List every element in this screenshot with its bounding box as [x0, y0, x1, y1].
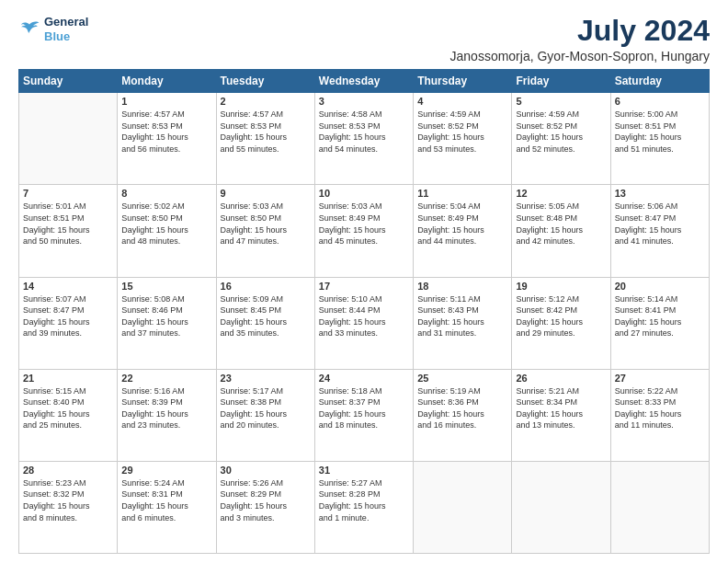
- day-info: Sunrise: 5:03 AM Sunset: 8:49 PM Dayligh…: [319, 201, 409, 247]
- day-number: 24: [319, 373, 409, 384]
- table-row: 5Sunrise: 4:59 AM Sunset: 8:52 PM Daylig…: [512, 93, 610, 185]
- day-info: Sunrise: 5:23 AM Sunset: 8:32 PM Dayligh…: [23, 477, 113, 523]
- day-number: 1: [121, 96, 211, 107]
- day-info: Sunrise: 5:01 AM Sunset: 8:51 PM Dayligh…: [23, 201, 113, 247]
- day-info: Sunrise: 5:05 AM Sunset: 8:48 PM Dayligh…: [516, 201, 606, 247]
- table-row: 15Sunrise: 5:08 AM Sunset: 8:46 PM Dayli…: [118, 277, 216, 369]
- table-row: 2Sunrise: 4:57 AM Sunset: 8:53 PM Daylig…: [216, 93, 314, 185]
- day-number: 19: [516, 281, 606, 292]
- col-sunday: Sunday: [19, 70, 118, 93]
- day-info: Sunrise: 5:07 AM Sunset: 8:47 PM Dayligh…: [23, 293, 113, 339]
- calendar-week-row: 1Sunrise: 4:57 AM Sunset: 8:53 PM Daylig…: [19, 93, 710, 185]
- table-row: 1Sunrise: 4:57 AM Sunset: 8:53 PM Daylig…: [118, 93, 216, 185]
- table-row: 10Sunrise: 5:03 AM Sunset: 8:49 PM Dayli…: [314, 185, 413, 277]
- table-row: [512, 461, 610, 553]
- table-row: 12Sunrise: 5:05 AM Sunset: 8:48 PM Dayli…: [512, 185, 610, 277]
- table-row: 3Sunrise: 4:58 AM Sunset: 8:53 PM Daylig…: [314, 93, 413, 185]
- table-row: 19Sunrise: 5:12 AM Sunset: 8:42 PM Dayli…: [512, 277, 610, 369]
- table-row: 8Sunrise: 5:02 AM Sunset: 8:50 PM Daylig…: [118, 185, 216, 277]
- day-number: 18: [417, 281, 507, 292]
- table-row: [414, 461, 512, 553]
- table-row: 11Sunrise: 5:04 AM Sunset: 8:49 PM Dayli…: [414, 185, 512, 277]
- table-row: 30Sunrise: 5:26 AM Sunset: 8:29 PM Dayli…: [216, 461, 314, 553]
- subtitle: Janossomorja, Gyor-Moson-Sopron, Hungary: [450, 49, 710, 63]
- table-row: [19, 93, 118, 185]
- day-info: Sunrise: 5:11 AM Sunset: 8:43 PM Dayligh…: [417, 293, 507, 339]
- header: General Blue July 2024 Janossomorja, Gyo…: [18, 15, 710, 63]
- table-row: 31Sunrise: 5:27 AM Sunset: 8:28 PM Dayli…: [314, 461, 413, 553]
- table-row: 7Sunrise: 5:01 AM Sunset: 8:51 PM Daylig…: [19, 185, 118, 277]
- day-number: 7: [23, 188, 113, 199]
- day-number: 12: [516, 188, 606, 199]
- day-info: Sunrise: 5:21 AM Sunset: 8:34 PM Dayligh…: [516, 385, 606, 431]
- table-row: 16Sunrise: 5:09 AM Sunset: 8:45 PM Dayli…: [216, 277, 314, 369]
- day-info: Sunrise: 5:16 AM Sunset: 8:39 PM Dayligh…: [121, 385, 211, 431]
- day-number: 11: [417, 188, 507, 199]
- table-row: 28Sunrise: 5:23 AM Sunset: 8:32 PM Dayli…: [19, 461, 118, 553]
- day-info: Sunrise: 4:58 AM Sunset: 8:53 PM Dayligh…: [319, 109, 409, 155]
- day-info: Sunrise: 5:18 AM Sunset: 8:37 PM Dayligh…: [319, 385, 409, 431]
- day-number: 30: [221, 465, 311, 476]
- calendar-week-row: 28Sunrise: 5:23 AM Sunset: 8:32 PM Dayli…: [19, 461, 710, 553]
- day-number: 10: [319, 188, 409, 199]
- calendar-table: Sunday Monday Tuesday Wednesday Thursday…: [18, 69, 710, 554]
- table-row: 22Sunrise: 5:16 AM Sunset: 8:39 PM Dayli…: [118, 369, 216, 461]
- table-row: 17Sunrise: 5:10 AM Sunset: 8:44 PM Dayli…: [314, 277, 413, 369]
- day-info: Sunrise: 5:06 AM Sunset: 8:47 PM Dayligh…: [615, 201, 705, 247]
- day-number: 22: [121, 373, 211, 384]
- day-number: 15: [121, 281, 211, 292]
- logo-icon: [18, 18, 40, 40]
- day-info: Sunrise: 5:03 AM Sunset: 8:50 PM Dayligh…: [221, 201, 311, 247]
- day-number: 17: [319, 281, 409, 292]
- table-row: [610, 461, 709, 553]
- logo: General Blue: [18, 15, 88, 43]
- table-row: 20Sunrise: 5:14 AM Sunset: 8:41 PM Dayli…: [610, 277, 709, 369]
- table-row: 25Sunrise: 5:19 AM Sunset: 8:36 PM Dayli…: [414, 369, 512, 461]
- day-number: 28: [23, 465, 113, 476]
- col-friday: Friday: [512, 70, 610, 93]
- table-row: 13Sunrise: 5:06 AM Sunset: 8:47 PM Dayli…: [610, 185, 709, 277]
- page: General Blue July 2024 Janossomorja, Gyo…: [0, 0, 728, 563]
- day-info: Sunrise: 5:12 AM Sunset: 8:42 PM Dayligh…: [516, 293, 606, 339]
- day-number: 29: [121, 465, 211, 476]
- day-info: Sunrise: 5:19 AM Sunset: 8:36 PM Dayligh…: [417, 385, 507, 431]
- table-row: 21Sunrise: 5:15 AM Sunset: 8:40 PM Dayli…: [19, 369, 118, 461]
- table-row: 18Sunrise: 5:11 AM Sunset: 8:43 PM Dayli…: [414, 277, 512, 369]
- day-info: Sunrise: 5:09 AM Sunset: 8:45 PM Dayligh…: [221, 293, 311, 339]
- day-info: Sunrise: 5:22 AM Sunset: 8:33 PM Dayligh…: [615, 385, 705, 431]
- day-info: Sunrise: 5:24 AM Sunset: 8:31 PM Dayligh…: [121, 477, 211, 523]
- day-info: Sunrise: 5:26 AM Sunset: 8:29 PM Dayligh…: [221, 477, 311, 523]
- col-wednesday: Wednesday: [314, 70, 413, 93]
- day-info: Sunrise: 5:27 AM Sunset: 8:28 PM Dayligh…: [319, 477, 409, 523]
- day-info: Sunrise: 5:04 AM Sunset: 8:49 PM Dayligh…: [417, 201, 507, 247]
- day-info: Sunrise: 4:57 AM Sunset: 8:53 PM Dayligh…: [221, 109, 311, 155]
- day-info: Sunrise: 5:17 AM Sunset: 8:38 PM Dayligh…: [221, 385, 311, 431]
- day-info: Sunrise: 5:15 AM Sunset: 8:40 PM Dayligh…: [23, 385, 113, 431]
- day-number: 27: [615, 373, 705, 384]
- col-thursday: Thursday: [414, 70, 512, 93]
- table-row: 14Sunrise: 5:07 AM Sunset: 8:47 PM Dayli…: [19, 277, 118, 369]
- day-number: 26: [516, 373, 606, 384]
- table-row: 27Sunrise: 5:22 AM Sunset: 8:33 PM Dayli…: [610, 369, 709, 461]
- title-block: July 2024 Janossomorja, Gyor-Moson-Sopro…: [450, 15, 710, 63]
- day-info: Sunrise: 5:14 AM Sunset: 8:41 PM Dayligh…: [615, 293, 705, 339]
- day-number: 4: [417, 96, 507, 107]
- table-row: 29Sunrise: 5:24 AM Sunset: 8:31 PM Dayli…: [118, 461, 216, 553]
- day-number: 2: [221, 96, 311, 107]
- day-number: 8: [121, 188, 211, 199]
- day-number: 9: [221, 188, 311, 199]
- day-number: 25: [417, 373, 507, 384]
- day-number: 3: [319, 96, 409, 107]
- day-number: 13: [615, 188, 705, 199]
- day-info: Sunrise: 4:59 AM Sunset: 8:52 PM Dayligh…: [516, 109, 606, 155]
- calendar-week-row: 21Sunrise: 5:15 AM Sunset: 8:40 PM Dayli…: [19, 369, 710, 461]
- table-row: 24Sunrise: 5:18 AM Sunset: 8:37 PM Dayli…: [314, 369, 413, 461]
- table-row: 4Sunrise: 4:59 AM Sunset: 8:52 PM Daylig…: [414, 93, 512, 185]
- day-info: Sunrise: 4:59 AM Sunset: 8:52 PM Dayligh…: [417, 109, 507, 155]
- day-number: 31: [319, 465, 409, 476]
- table-row: 26Sunrise: 5:21 AM Sunset: 8:34 PM Dayli…: [512, 369, 610, 461]
- col-saturday: Saturday: [610, 70, 709, 93]
- calendar-header-row: Sunday Monday Tuesday Wednesday Thursday…: [19, 70, 710, 93]
- day-info: Sunrise: 5:00 AM Sunset: 8:51 PM Dayligh…: [615, 109, 705, 155]
- day-number: 16: [221, 281, 311, 292]
